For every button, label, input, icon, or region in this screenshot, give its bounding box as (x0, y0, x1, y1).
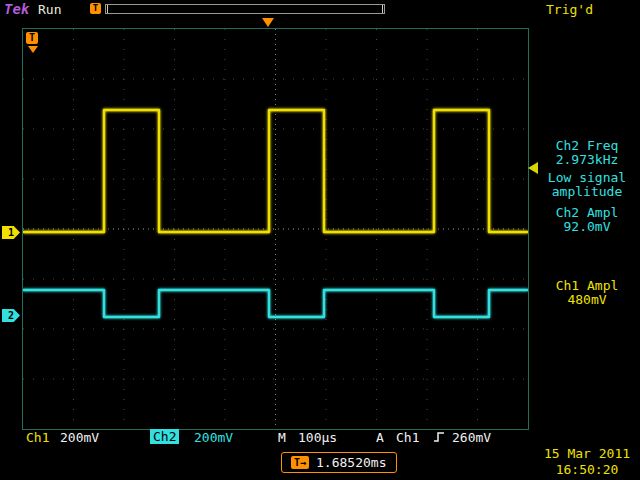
timebase-label: M (278, 430, 286, 445)
trigger-level-value: 260mV (452, 430, 491, 445)
warning-line2: amplitude (536, 184, 638, 199)
warning-line1: Low signal (536, 170, 638, 185)
trigger-mode-label: A (376, 430, 384, 445)
ch1-ground-marker: 1 (2, 226, 20, 239)
ch2-freq-label: Ch2 Freq (536, 138, 638, 153)
trigger-time-readout: T→ 1.68520ms (281, 452, 397, 473)
ch2-ground-marker: 2 (2, 309, 20, 322)
oscilloscope-screen: Tek Run T Trig'd T 1 2 Ch2 Freq 2.973kHz… (0, 0, 640, 480)
record-bracket-right (382, 5, 383, 13)
acquisition-status: Run (38, 2, 61, 17)
rising-edge-icon (434, 431, 445, 446)
graticule (22, 28, 529, 430)
ch2-ampl-label: Ch2 Ampl (536, 205, 638, 220)
ch1-ampl-value: 480mV (536, 292, 638, 307)
date-value: 15 Mar 2011 (536, 446, 638, 462)
ch1-ampl-label: Ch1 Ampl (536, 278, 638, 293)
waveform-display (23, 29, 528, 429)
ch2-ampl-value: 92.0mV (536, 219, 638, 234)
trigger-marker-arrow-icon (28, 46, 38, 53)
trigger-position-arrow-icon (262, 18, 274, 27)
trigger-time-value: 1.68520ms (316, 455, 386, 470)
trigger-status: Trig'd (546, 2, 593, 17)
time-value: 16:50:20 (536, 462, 638, 478)
trigger-source: Ch1 (396, 430, 419, 445)
trigger-icon: T (90, 3, 101, 14)
ch2-scale-value: 200mV (194, 430, 233, 445)
tek-logo: Tek (4, 1, 29, 17)
datetime-readout: 15 Mar 2011 16:50:20 (536, 446, 638, 478)
trigger-marker-icon: T (26, 32, 38, 44)
ch2-freq-value: 2.973kHz (536, 152, 638, 167)
timebase-value: 100µs (298, 430, 337, 445)
record-bracket-left (107, 5, 108, 13)
record-view-bar (105, 4, 385, 14)
trigger-time-icon: T→ (291, 456, 309, 469)
ch1-scale-value: 200mV (60, 430, 99, 445)
ch1-scale-label: Ch1 (26, 430, 49, 445)
ch2-scale-label: Ch2 (150, 429, 179, 444)
